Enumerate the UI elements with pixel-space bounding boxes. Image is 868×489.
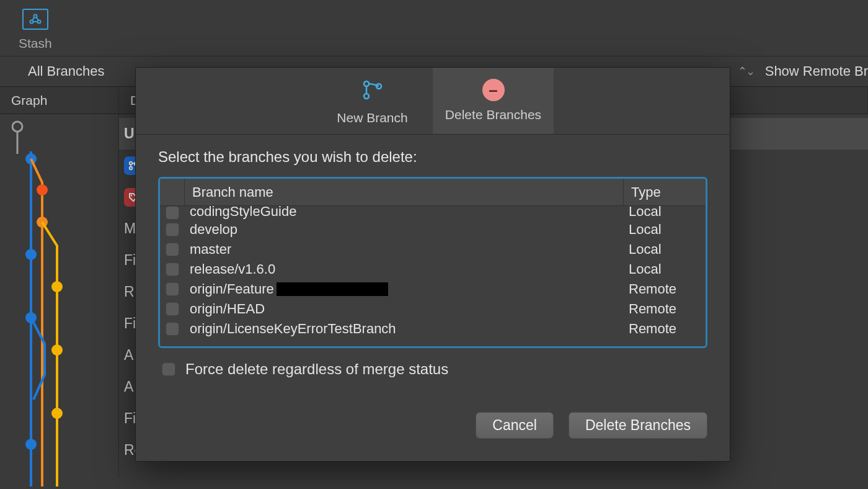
branch-row[interactable]: origin/LicenseKeyErrorTestBranch Remote	[160, 319, 706, 339]
col-graph[interactable]: Graph	[0, 87, 119, 114]
branch-list[interactable]: Branch name Type codingStyleGuide Local …	[158, 177, 707, 348]
svg-point-3	[12, 122, 22, 132]
col-branch-name[interactable]: Branch name	[185, 179, 624, 205]
checkbox[interactable]	[166, 302, 179, 316]
chevron-up-down-icon[interactable]: ⌃⌄	[738, 65, 754, 78]
dialog-prompt: Select the branches you wish to delete:	[158, 148, 707, 166]
force-delete-row[interactable]: Force delete regardless of merge status	[158, 361, 707, 378]
stash-button[interactable]: Stash	[19, 9, 52, 51]
svg-point-12	[51, 281, 63, 292]
col-branch-type[interactable]: Type	[624, 179, 706, 205]
tab-delete-branches[interactable]: – Delete Branches	[433, 68, 554, 134]
svg-point-18	[131, 194, 133, 196]
branch-row[interactable]: codingStyleGuide Local	[160, 206, 706, 220]
force-delete-label: Force delete regardless of merge status	[185, 361, 448, 378]
checkbox[interactable]	[166, 223, 179, 236]
svg-point-13	[51, 344, 63, 356]
toolbar: Stash	[0, 0, 868, 51]
branch-list-header: Branch name Type	[160, 179, 706, 206]
redacted-text	[277, 282, 388, 296]
svg-point-19	[364, 81, 369, 86]
svg-point-9	[25, 439, 37, 450]
graph-column	[0, 114, 119, 478]
branch-row[interactable]: origin/Feature Remote	[160, 279, 706, 299]
checkbox[interactable]	[166, 322, 179, 336]
branch-row[interactable]: develop Local	[160, 220, 706, 240]
branch-row[interactable]: master Local	[160, 240, 706, 259]
show-remote-toggle[interactable]: Show Remote Br	[765, 63, 868, 79]
stash-label: Stash	[19, 36, 52, 51]
checkbox[interactable]	[166, 262, 179, 276]
svg-point-14	[51, 408, 63, 419]
minus-icon: –	[482, 79, 505, 101]
checkbox[interactable]	[166, 282, 179, 296]
checkbox[interactable]	[166, 206, 179, 220]
force-delete-checkbox[interactable]	[162, 362, 175, 376]
svg-point-20	[364, 94, 369, 99]
svg-point-0	[33, 15, 37, 18]
svg-point-7	[25, 249, 37, 260]
delete-branches-dialog: New Branch – Delete Branches Select the …	[135, 67, 730, 462]
tab-new-branch[interactable]: New Branch	[312, 68, 433, 134]
branch-filter[interactable]: All Branches	[0, 63, 123, 79]
branch-row[interactable]: release/v1.6.0 Local	[160, 259, 706, 279]
dialog-actions: Cancel Delete Branches	[136, 396, 730, 461]
branch-row[interactable]: origin/HEAD Remote	[160, 299, 706, 319]
svg-point-10	[37, 184, 48, 195]
branch-icon	[360, 79, 385, 104]
dialog-tabs: New Branch – Delete Branches	[136, 68, 730, 135]
svg-point-15	[130, 161, 132, 164]
stash-icon	[22, 9, 48, 30]
checkbox[interactable]	[166, 243, 179, 256]
cancel-button[interactable]: Cancel	[476, 412, 554, 439]
delete-branches-button[interactable]: Delete Branches	[569, 412, 707, 439]
svg-point-16	[130, 166, 132, 169]
